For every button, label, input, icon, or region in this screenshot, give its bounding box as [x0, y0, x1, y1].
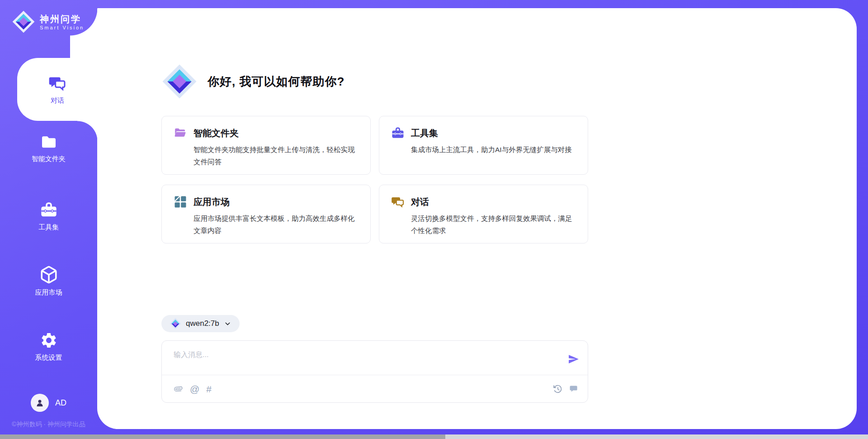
model-diamond-icon [170, 318, 181, 329]
chat-bubble-icon[interactable] [569, 384, 579, 394]
card-smart-folder[interactable]: 智能文件夹 智能文件夹功能支持批量文件上传与清洗，轻松实现文件问答 [161, 116, 371, 175]
sidebar-item-smart-folder[interactable]: 智能文件夹 [0, 133, 97, 163]
horizontal-scrollbar[interactable] [0, 434, 868, 439]
sidebar-item-label: 工具集 [38, 223, 59, 232]
sidebar-item-settings[interactable]: 系统设置 [0, 331, 97, 362]
greeting-block: 你好, 我可以如何帮助你? [161, 63, 344, 100]
feature-cards: 智能文件夹 智能文件夹功能支持批量文件上传与清洗，轻松实现文件问答 工具集 集成… [161, 116, 588, 243]
cube-icon [39, 265, 58, 284]
chevron-down-icon [224, 320, 231, 328]
card-description: 智能文件夹功能支持批量文件上传与清洗，轻松实现文件问答 [193, 144, 359, 168]
mention-icon[interactable]: @ [190, 384, 199, 394]
card-title: 对话 [411, 196, 429, 208]
composer-toolbar: @ # [174, 375, 579, 402]
brand-subtitle: Smart Vision [40, 25, 84, 30]
sidebar-item-app-market[interactable]: 应用市场 [0, 265, 97, 297]
folder-icon [40, 133, 58, 151]
message-composer: @ # [161, 340, 588, 403]
scrollbar-thumb[interactable] [0, 434, 445, 439]
hero-diamond-icon [161, 63, 198, 100]
card-toolset[interactable]: 工具集 集成市场上主流工具，助力AI与外界无缝扩展与对接 [379, 116, 588, 175]
card-app-market[interactable]: 应用市场 应用市场提供丰富长文本模板，助力高效生成多样化文章内容 [161, 185, 371, 243]
chat-icon [391, 195, 405, 209]
sidebar-footer: ©神州数码 · 神州问学出品 [0, 420, 97, 429]
history-icon[interactable] [553, 384, 562, 394]
card-title: 智能文件夹 [193, 127, 239, 139]
brand-logo: 神州问学 Smart Vision [12, 10, 84, 33]
sidebar-item-label: 智能文件夹 [32, 155, 66, 163]
hashtag-icon[interactable]: # [206, 384, 212, 394]
send-icon[interactable] [568, 353, 579, 365]
user-account[interactable]: AD [0, 394, 97, 412]
toolbox-icon [40, 201, 58, 219]
greeting-text: 你好, 我可以如何帮助你? [208, 74, 344, 90]
attach-icon[interactable] [174, 384, 183, 394]
chat-icon [48, 74, 66, 92]
sidebar-item-label: 对话 [51, 96, 64, 105]
card-title: 应用市场 [193, 196, 230, 208]
model-selector[interactable]: qwen2:7b [161, 315, 240, 332]
card-description: 集成市场上主流工具，助力AI与外界无缝扩展与对接 [411, 144, 576, 156]
sidebar-item-chat[interactable]: 对话 [17, 58, 98, 121]
sidebar-item-label: 应用市场 [35, 288, 62, 297]
folder-open-icon [174, 126, 187, 140]
card-description: 应用市场提供丰富长文本模板，助力高效生成多样化文章内容 [193, 213, 359, 237]
user-name: AD [55, 398, 66, 408]
card-title: 工具集 [411, 127, 438, 139]
grid-icon [174, 195, 187, 209]
brand-diamond-icon [12, 10, 35, 33]
card-description: 灵活切换多模型文件，支持多样回复效果调试，满足个性化需求 [411, 213, 576, 237]
toolbox-icon [391, 126, 405, 140]
message-input[interactable] [162, 341, 551, 374]
card-chat[interactable]: 对话 灵活切换多模型文件，支持多样回复效果调试，满足个性化需求 [379, 185, 588, 243]
gear-icon [40, 331, 58, 349]
sidebar-item-label: 系统设置 [35, 353, 62, 362]
brand-name: 神州问学 [40, 14, 84, 25]
sidebar-item-toolset[interactable]: 工具集 [0, 201, 97, 232]
model-name: qwen2:7b [186, 319, 219, 328]
avatar [31, 394, 49, 412]
